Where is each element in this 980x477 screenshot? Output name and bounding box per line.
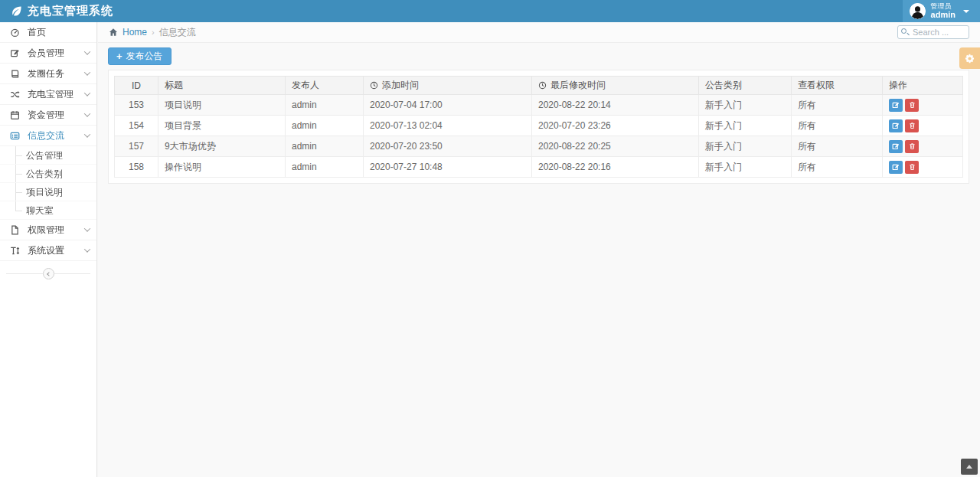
sidebar-item-label: 充电宝管理 <box>28 88 74 101</box>
content-header: Home › 信息交流 <box>98 22 980 43</box>
top-navbar: 充电宝管理系统 管理员 admin <box>0 0 980 22</box>
table-cell: 153 <box>115 95 158 116</box>
chevron-left-icon <box>47 272 51 276</box>
table-header-row: ID标题发布人添加时间最后修改时间公告类别查看权限操作 <box>115 77 963 95</box>
sidebar-item-member-management[interactable]: 会员管理 <box>0 43 96 64</box>
collapse-sidebar-button[interactable] <box>43 268 54 279</box>
plus-icon: + <box>116 51 122 61</box>
sidebar-item-circle-tasks[interactable]: 发圈任务 <box>0 64 96 84</box>
sidebar-item-system-settings[interactable]: 系统设置 <box>0 240 96 261</box>
edit-button[interactable] <box>889 99 903 112</box>
delete-button[interactable] <box>905 140 919 153</box>
table-cell-actions <box>883 157 963 178</box>
column-header[interactable]: 操作 <box>883 77 963 95</box>
table-cell: 2020-08-22 20:25 <box>532 136 699 157</box>
table-cell: 所有 <box>792 116 883 136</box>
table-cell: 所有 <box>792 95 883 116</box>
column-header-label: ID <box>132 80 141 91</box>
edit-button[interactable] <box>889 119 903 132</box>
delete-button[interactable] <box>905 119 919 132</box>
table-cell: 所有 <box>792 157 883 178</box>
chevron-down-icon <box>84 90 90 96</box>
sidebar-subitem-announcement-management[interactable]: 公告管理 <box>0 146 96 165</box>
chevron-down-icon <box>84 225 90 231</box>
table-cell: 新手入门 <box>699 136 792 157</box>
chevron-down-icon <box>84 131 90 137</box>
sidebar-item-label: 会员管理 <box>28 47 64 60</box>
sidebar-item-powerbank-management[interactable]: 充电宝管理 <box>0 84 96 105</box>
sidebar-item-funds-management[interactable]: 资金管理 <box>0 105 96 126</box>
table-cell: 新手入门 <box>699 95 792 116</box>
table-cell: 158 <box>115 157 158 178</box>
content-body: + 发布公告 ID标题发布人添加时间最后修改时间公告类别查看权限操作 153项目… <box>98 43 980 184</box>
table-cell-actions <box>883 136 963 157</box>
table-cell: 所有 <box>792 136 883 157</box>
column-header[interactable]: ID <box>115 77 158 95</box>
table-cell-actions <box>883 116 963 136</box>
table-body: 153项目说明admin2020-07-04 17:002020-08-22 2… <box>115 95 963 178</box>
dashboard-icon <box>10 28 21 38</box>
search-icon <box>901 28 906 34</box>
table-row: 1579大市场优势admin2020-07-20 23:502020-08-22… <box>115 136 963 157</box>
breadcrumb-home-link[interactable]: Home <box>122 27 147 38</box>
home-icon <box>109 28 118 37</box>
sidebar-subitem-chat-room[interactable]: 聊天室 <box>0 201 96 220</box>
sidebar-item-label: 发圈任务 <box>28 67 64 80</box>
column-header[interactable]: 标题 <box>158 77 286 95</box>
column-header[interactable]: 查看权限 <box>792 77 883 95</box>
clock-icon <box>370 81 378 90</box>
chevron-down-icon <box>84 69 90 75</box>
table-cell: 2020-07-13 02:04 <box>364 116 532 136</box>
chevron-down-icon <box>84 110 90 116</box>
sidebar-collapse-control <box>0 268 96 279</box>
column-header[interactable]: 最后修改时间 <box>532 77 699 95</box>
edit-icon <box>892 122 900 129</box>
breadcrumb: Home › 信息交流 <box>109 26 196 39</box>
table-cell: 项目背景 <box>158 116 286 136</box>
announcement-table: ID标题发布人添加时间最后修改时间公告类别查看权限操作 153项目说明admin… <box>114 76 963 178</box>
column-header[interactable]: 发布人 <box>286 77 364 95</box>
user-menu[interactable]: 管理员 admin <box>903 0 980 22</box>
delete-button[interactable] <box>905 99 919 112</box>
table-row: 154项目背景admin2020-07-13 02:042020-07-20 2… <box>115 116 963 136</box>
pencil-square-icon <box>10 48 21 58</box>
column-header[interactable]: 公告类别 <box>699 77 792 95</box>
table-cell: 新手入门 <box>699 116 792 136</box>
table-cell-actions <box>883 95 963 116</box>
trash-icon <box>909 142 916 150</box>
table-cell: 2020-08-22 20:16 <box>532 157 699 178</box>
sidebar-subitem-project-description[interactable]: 项目说明 <box>0 183 96 201</box>
table-cell: admin <box>286 116 364 136</box>
edit-button[interactable] <box>889 140 903 153</box>
table-cell: 2020-07-20 23:26 <box>532 116 699 136</box>
table-cell: admin <box>286 95 364 116</box>
column-header-label: 最后修改时间 <box>550 79 606 92</box>
list-alt-icon <box>10 131 21 141</box>
sidebar-item-home[interactable]: 首页 <box>0 22 96 43</box>
sidebar: 首页会员管理发圈任务充电宝管理资金管理信息交流公告管理公告类别项目说明聊天室权限… <box>0 22 97 477</box>
sidebar-item-permission-management[interactable]: 权限管理 <box>0 220 96 240</box>
edit-icon <box>892 142 900 150</box>
clock-icon <box>538 81 547 90</box>
control-sidebar-toggle[interactable] <box>959 47 980 69</box>
search-box <box>897 25 969 39</box>
column-header-label: 发布人 <box>292 79 319 92</box>
back-to-top-button[interactable] <box>961 459 978 475</box>
table-cell: admin <box>286 157 364 178</box>
table-cell: 操作说明 <box>158 157 286 178</box>
shuffle-icon <box>10 90 21 100</box>
search-input[interactable] <box>897 25 969 39</box>
app-title: 充电宝管理系统 <box>28 4 113 18</box>
user-name: admin <box>931 10 956 20</box>
edit-button[interactable] <box>889 161 903 174</box>
table-cell: 2020-08-22 20:14 <box>532 95 699 116</box>
sidebar-subitem-announcement-category[interactable]: 公告类别 <box>0 165 96 183</box>
delete-button[interactable] <box>905 161 919 174</box>
column-header-label: 查看权限 <box>798 79 835 92</box>
app-logo: 充电宝管理系统 <box>0 0 113 22</box>
publish-announcement-button[interactable]: + 发布公告 <box>108 47 172 65</box>
column-header[interactable]: 添加时间 <box>364 77 532 95</box>
chevron-down-icon <box>84 246 90 252</box>
sidebar-item-label: 权限管理 <box>28 224 64 237</box>
sidebar-item-information-exchange[interactable]: 信息交流 <box>0 126 96 146</box>
